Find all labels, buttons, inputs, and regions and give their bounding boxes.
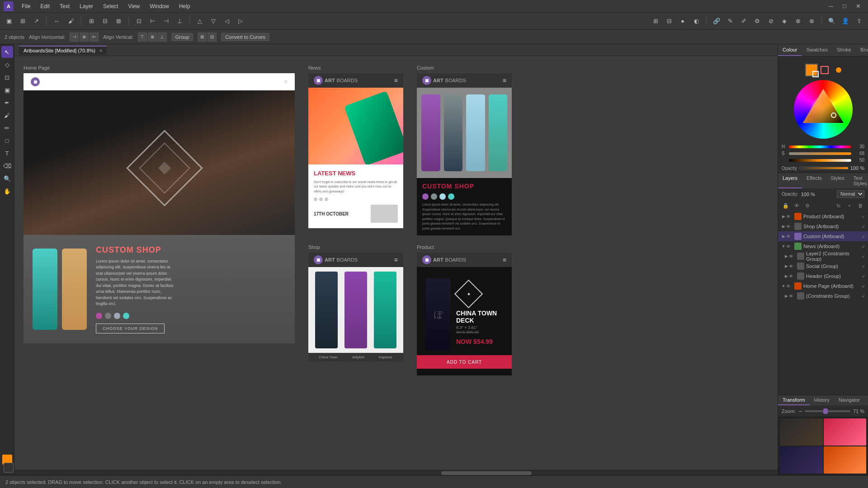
shop-artboard[interactable]: ▣ ART BOARDS ≡ China Town Jellyfish: [308, 253, 403, 361]
eye-icon-c[interactable]: 👁: [789, 294, 796, 299]
scrollbar-thumb[interactable]: [441, 471, 532, 475]
layer-settings-btn[interactable]: ⚙: [802, 202, 812, 210]
group-btn[interactable]: Group: [171, 33, 193, 41]
hand-tool[interactable]: ✋: [1, 185, 13, 197]
export4-btn[interactable]: ◁: [221, 15, 233, 28]
tab-brushes[interactable]: Brushes: [856, 44, 868, 56]
menu-view[interactable]: View: [123, 2, 144, 11]
menu-select[interactable]: Select: [99, 2, 123, 11]
tab-artboardssite[interactable]: ArtboardsSite [Modified] (70.8%) ×: [19, 46, 107, 55]
custom-menu-icon[interactable]: ≡: [503, 77, 506, 84]
thumb-custom[interactable]: [780, 446, 823, 474]
view-btn2[interactable]: ⊟: [663, 15, 675, 28]
select-tool[interactable]: ↖: [1, 46, 13, 58]
export5-btn[interactable]: ▷: [234, 15, 247, 28]
l-track[interactable]: [789, 159, 851, 162]
product-menu-icon[interactable]: ≡: [503, 256, 506, 263]
menu-text[interactable]: Text: [55, 2, 74, 11]
export2-btn[interactable]: △: [193, 15, 206, 28]
snap-btn[interactable]: ⊡: [132, 15, 145, 28]
edit-btn3[interactable]: ⚙: [751, 15, 764, 28]
eye-icon-social[interactable]: 👁: [789, 264, 796, 269]
grid-btn2[interactable]: ⊟: [99, 15, 111, 28]
menu-file[interactable]: File: [17, 2, 35, 11]
snap-btn4[interactable]: ⊥: [173, 15, 186, 28]
crop-tool[interactable]: ⊡: [1, 71, 13, 83]
layer-fx-btn[interactable]: fx: [834, 202, 844, 210]
tab-styles[interactable]: Styles: [826, 173, 849, 188]
layer-layer2[interactable]: ▶ 👁 Layer2 (Constraints Group) ✓: [778, 251, 868, 261]
layer-product[interactable]: ▶ 👁 Product (Artboard) ✓: [778, 211, 868, 221]
choose-design-btn[interactable]: CHOOSE YOUR DESIGN: [96, 324, 165, 333]
tab-navigator[interactable]: Navigator: [834, 395, 864, 405]
thumb-news[interactable]: [824, 446, 867, 474]
thumb-home[interactable]: [780, 418, 823, 446]
shop-menu-icon[interactable]: ≡: [394, 256, 398, 263]
zoom-out-btn[interactable]: −: [798, 408, 802, 415]
fill-tool[interactable]: ▣: [1, 84, 13, 96]
news-menu-icon[interactable]: ≡: [394, 77, 398, 84]
edit-btn[interactable]: ✎: [724, 15, 736, 28]
tab-layers[interactable]: Layers: [778, 173, 802, 188]
menu-edit[interactable]: Edit: [36, 2, 54, 11]
pencil-tool[interactable]: ✏: [1, 122, 13, 134]
eye-icon-news[interactable]: 👁: [786, 244, 793, 249]
view-btn1[interactable]: ⊞: [649, 15, 662, 28]
shape-tool[interactable]: □: [1, 135, 13, 146]
edit-btn5[interactable]: ◈: [778, 15, 791, 28]
person-btn[interactable]: 👤: [839, 15, 852, 28]
align-mid-btn[interactable]: ⊕: [148, 33, 157, 42]
layer-delete-btn[interactable]: 🗑: [855, 202, 865, 210]
paint-btn[interactable]: 🖌: [65, 15, 77, 28]
layer-homepage[interactable]: ▼ 👁 Home Page (Artboard) ✓: [778, 281, 868, 291]
home-artboard[interactable]: ▣ ART BOARDS ≡: [24, 73, 295, 343]
align-right-btn[interactable]: ⊢: [90, 33, 99, 42]
color-btn[interactable]: ●: [676, 15, 689, 28]
h-track[interactable]: [789, 145, 851, 148]
tab-text-styles[interactable]: Text Styles: [849, 173, 868, 188]
eye-icon-l2[interactable]: 👁: [789, 254, 796, 259]
layer-vis-btn[interactable]: 👁: [792, 202, 802, 210]
home-menu-icon[interactable]: ≡: [284, 78, 288, 85]
menu-layer[interactable]: Layer: [75, 2, 98, 11]
text-tool[interactable]: T: [1, 147, 13, 159]
s-track[interactable]: [789, 152, 851, 155]
grid-btn[interactable]: ⊞: [85, 15, 98, 28]
eye-icon-custom[interactable]: 👁: [786, 234, 793, 239]
export3-btn[interactable]: ▽: [207, 15, 220, 28]
tab-close-btn[interactable]: ×: [99, 48, 102, 53]
convert-curves-btn[interactable]: Convert to Curves: [221, 33, 269, 41]
export-btn[interactable]: ↗: [30, 15, 42, 28]
snap-btn2[interactable]: ⊢: [146, 15, 159, 28]
custom-artboard[interactable]: ▣ ART BOARDS ≡ CUSTOM SHOP: [417, 73, 512, 235]
bg-color[interactable]: [4, 463, 14, 473]
erase-tool[interactable]: ⌫: [1, 160, 13, 172]
product-artboard[interactable]: ▣ ART BOARDS ≡ ぽ: [417, 253, 512, 375]
align-left-btn[interactable]: ⊣: [70, 33, 79, 42]
tab-stroke[interactable]: Stroke: [832, 44, 856, 56]
menu-window[interactable]: Window: [145, 2, 174, 11]
node-tool[interactable]: ◇: [1, 59, 13, 70]
layer-news[interactable]: ▼ 👁 News (Artboard) ✓: [778, 241, 868, 251]
layer-social[interactable]: ▶ 👁 Social (Group) ✓: [778, 261, 868, 271]
menu-help[interactable]: Help: [175, 2, 195, 11]
tab-history[interactable]: History: [810, 395, 834, 405]
eye-icon-hp[interactable]: 👁: [786, 284, 793, 289]
align-bot-btn[interactable]: ⊥: [158, 33, 167, 42]
link-btn[interactable]: 🔗: [710, 15, 723, 28]
layer-shop[interactable]: ▶ 👁 Shop (Artboard) ✓: [778, 221, 868, 231]
stroke-swatch-red[interactable]: [821, 66, 829, 74]
new-btn[interactable]: ▣: [3, 15, 15, 28]
maximize-btn[interactable]: □: [838, 0, 851, 13]
edit-btn7[interactable]: ⊗: [805, 15, 818, 28]
minimize-btn[interactable]: ─: [825, 0, 837, 13]
group-opt2[interactable]: ⊟: [208, 33, 217, 42]
h-scrollbar[interactable]: [14, 470, 778, 475]
layer-header[interactable]: ▶ 👁 Header (Group) ✓: [778, 271, 868, 281]
eye-icon-header[interactable]: 👁: [789, 274, 796, 279]
layer-constraints[interactable]: ▶ 👁 (Constraints Group) ✓: [778, 291, 868, 301]
opacity-slider[interactable]: [799, 167, 849, 169]
layer-custom[interactable]: ▶ 👁 Custom (Artboard) ✓: [778, 231, 868, 241]
color-wheel[interactable]: [794, 80, 853, 139]
layer-add-btn[interactable]: +: [844, 202, 854, 210]
